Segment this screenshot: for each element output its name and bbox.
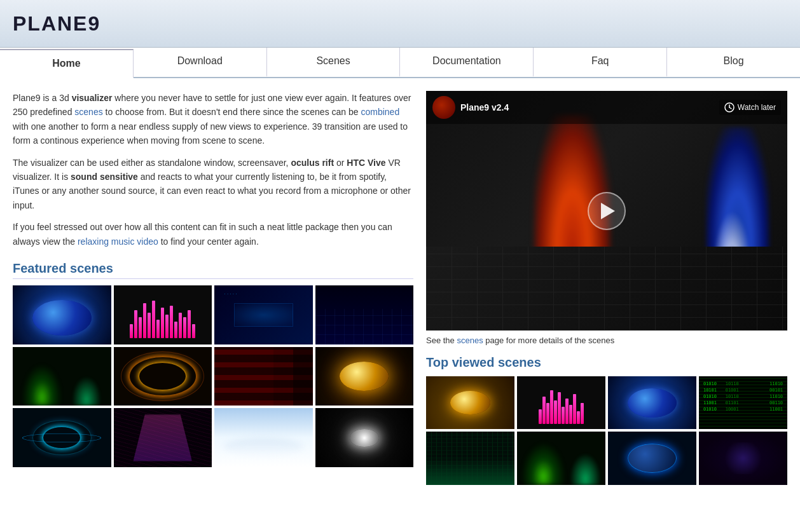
intro-p1-post2: to choose from. But it doesn't end there… bbox=[103, 107, 361, 117]
top-thumb-audio[interactable] bbox=[517, 376, 605, 429]
scene-thumb-gold-orb[interactable] bbox=[315, 347, 414, 406]
scene-thumb-orange-rings[interactable] bbox=[114, 347, 212, 406]
intro-p2-pre: The visualizer can be used either as sta… bbox=[13, 158, 291, 168]
video-desc-pre: See the bbox=[426, 336, 457, 345]
scene-thumb-grid[interactable] bbox=[315, 285, 414, 344]
nav-blog[interactable]: Blog bbox=[667, 48, 800, 77]
featured-scenes-title: Featured scenes bbox=[13, 261, 413, 279]
intro-visualizer: visualizer bbox=[72, 93, 113, 103]
top-thumb-green-smoke2[interactable] bbox=[517, 432, 605, 484]
intro-p2: The visualizer can be used either as sta… bbox=[13, 156, 413, 213]
video-description: See the scenes page for more details of … bbox=[426, 336, 787, 345]
intro-oculus: oculus rift bbox=[291, 158, 334, 168]
top-thumb-gold[interactable] bbox=[426, 376, 514, 429]
intro-text: Plane9 is a 3d visualizer where you neve… bbox=[13, 91, 413, 249]
intro-p3: If you feel stressed out over how all th… bbox=[13, 220, 413, 249]
watch-later-button[interactable]: Watch later bbox=[719, 100, 781, 115]
scene-thumb-audio-bars[interactable] bbox=[114, 285, 212, 344]
video-channel-avatar[interactable] bbox=[432, 96, 455, 119]
header: PLANE9 bbox=[0, 0, 800, 48]
top-viewed-title: Top viewed scenes bbox=[426, 355, 787, 370]
top-thumb-particle[interactable] bbox=[699, 432, 787, 484]
featured-row-2 bbox=[13, 347, 413, 406]
scene-thumb-burst[interactable] bbox=[315, 408, 414, 467]
nav-home[interactable]: Home bbox=[0, 49, 134, 78]
clock-icon bbox=[724, 102, 734, 113]
top-thumb-blue3[interactable] bbox=[608, 432, 696, 484]
scene-thumb-green-smoke[interactable] bbox=[13, 347, 111, 406]
scenes-link-video[interactable]: scenes bbox=[457, 336, 483, 345]
top-thumb-matrix[interactable]: 0101010101010101100101010 10110010011011… bbox=[699, 376, 787, 429]
video-title: Plane9 v2.4 bbox=[460, 102, 509, 113]
main-content: Plane9 is a 3d visualizer where you neve… bbox=[0, 78, 800, 500]
featured-row-1: · · · · · bbox=[13, 285, 413, 344]
intro-relaxing-link[interactable]: relaxing music video bbox=[78, 236, 158, 247]
top-viewed-row-1: 0101010101010101100101010 10110010011011… bbox=[426, 376, 787, 429]
right-column: Plane9 v2.4 Watch later S bbox=[426, 91, 787, 488]
scene-thumb-red-wall[interactable] bbox=[214, 347, 313, 406]
intro-p2-mid: or bbox=[334, 158, 347, 168]
nav-download[interactable]: Download bbox=[134, 48, 267, 77]
scene-thumb-blue-particles[interactable]: · · · · · bbox=[214, 285, 313, 344]
video-background: Plane9 v2.4 Watch later bbox=[426, 91, 787, 331]
intro-p1-pre: Plane9 is a 3d bbox=[13, 93, 72, 103]
scene-thumb-pink-dna[interactable] bbox=[114, 408, 212, 467]
nav-scenes[interactable]: Scenes bbox=[267, 48, 401, 77]
video-top-bar: Plane9 v2.4 Watch later bbox=[426, 91, 787, 124]
nav-documentation[interactable]: Documentation bbox=[400, 48, 534, 77]
intro-combined-link[interactable]: combined bbox=[361, 107, 399, 117]
scene-thumb-cyan-rings[interactable] bbox=[13, 408, 111, 467]
intro-p3-post: to find your center again. bbox=[158, 236, 259, 247]
intro-p1-post3: with one another to form a near endless … bbox=[13, 121, 408, 146]
nav-faq[interactable]: Faq bbox=[534, 48, 667, 77]
top-thumb-data[interactable] bbox=[426, 432, 514, 484]
svg-line-2 bbox=[729, 107, 731, 109]
intro-htc: HTC Vive bbox=[347, 158, 385, 168]
logo[interactable]: PLANE9 bbox=[13, 12, 100, 36]
intro-scenes-link[interactable]: scenes bbox=[74, 107, 102, 117]
top-thumb-earth2[interactable] bbox=[608, 376, 696, 429]
scene-thumb-earth[interactable] bbox=[13, 285, 111, 344]
scene-thumb-sky[interactable] bbox=[214, 408, 313, 467]
play-button[interactable] bbox=[588, 192, 626, 230]
watch-later-label: Watch later bbox=[738, 103, 776, 112]
floor-blocks bbox=[426, 247, 787, 331]
top-viewed-row-2 bbox=[426, 432, 787, 484]
intro-sound: sound sensitive bbox=[71, 172, 138, 182]
intro-p1: Plane9 is a 3d visualizer where you neve… bbox=[13, 91, 413, 148]
main-nav: Home Download Scenes Documentation Faq B… bbox=[0, 48, 800, 78]
video-desc-post: page for more details of the scenes bbox=[483, 336, 615, 345]
video-player[interactable]: Plane9 v2.4 Watch later bbox=[426, 91, 787, 331]
left-column: Plane9 is a 3d visualizer where you neve… bbox=[13, 91, 413, 488]
featured-row-3 bbox=[13, 408, 413, 467]
